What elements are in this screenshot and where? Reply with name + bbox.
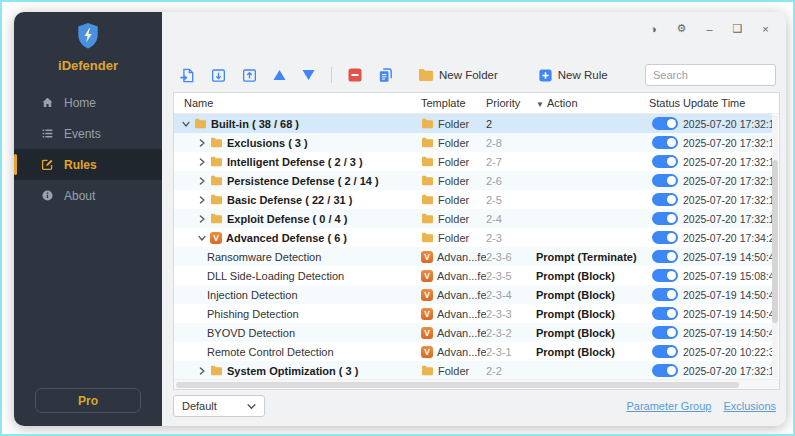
sidebar-item-rules[interactable]: Rules — [14, 149, 162, 180]
rule-name: Advanced Defense ( 6 ) — [226, 232, 347, 244]
priority-value: 2-3-3 — [486, 308, 536, 320]
vertical-scrollbar[interactable] — [772, 115, 778, 378]
import-icon — [210, 67, 227, 84]
expander-chevron-right-icon[interactable] — [197, 176, 206, 185]
import-rules-button[interactable] — [210, 67, 227, 84]
priority-value: 2-5 — [486, 194, 536, 206]
folder-icon — [421, 118, 434, 129]
rule-row[interactable]: Ransomware DetectionVAdvan...fense2-3-6P… — [174, 247, 772, 266]
expander-chevron-right-icon[interactable] — [197, 195, 206, 204]
column-header-template[interactable]: Template — [421, 97, 486, 109]
expander-chevron-right-icon[interactable] — [197, 157, 206, 166]
column-header-name[interactable]: Name — [174, 97, 421, 109]
rule-row[interactable]: VAdvanced Defense ( 6 )Folder2-32025-07-… — [174, 228, 772, 247]
status-toggle[interactable] — [652, 231, 678, 244]
status-toggle[interactable] — [652, 250, 678, 263]
rules-table: NameTemplatePriority▼ActionStatusUpdate … — [173, 92, 780, 390]
sidebar-item-about[interactable]: About — [14, 180, 162, 211]
rule-name: System Optimization ( 3 ) — [227, 365, 358, 377]
column-header-status[interactable]: Status — [646, 97, 683, 109]
rule-row[interactable]: Intelligent Defense ( 2 / 3 )Folder2-720… — [174, 152, 772, 171]
search-input[interactable] — [645, 64, 776, 86]
expander-chevron-right-icon[interactable] — [197, 138, 206, 147]
status-toggle[interactable] — [652, 136, 678, 149]
shield-logo-icon — [75, 22, 101, 50]
close-button[interactable]: × — [759, 23, 772, 35]
folder-icon — [210, 194, 223, 205]
status-toggle[interactable] — [652, 212, 678, 225]
status-toggle[interactable] — [652, 117, 678, 130]
preset-select[interactable]: Default — [173, 395, 265, 417]
status-toggle[interactable] — [652, 269, 678, 282]
template-name: Advan...fense — [437, 308, 486, 320]
status-toggle[interactable] — [652, 326, 678, 339]
copy-button[interactable] — [377, 67, 394, 84]
folder-icon — [421, 232, 434, 243]
status-toggle[interactable] — [652, 288, 678, 301]
status-toggle[interactable] — [652, 364, 678, 377]
new-folder-button[interactable]: New Folder — [418, 68, 498, 82]
column-header-action[interactable]: ▼Action — [536, 97, 646, 109]
update-time: 2025-07-20 17:32:19 — [683, 194, 772, 206]
column-header-priority[interactable]: Priority — [486, 97, 536, 109]
expander-chevron-down-icon[interactable] — [197, 233, 206, 242]
new-rule-button[interactable]: New Rule — [538, 68, 608, 83]
rule-row[interactable]: Remote Control DetectionVAdvan...fense2-… — [174, 342, 772, 361]
rule-row[interactable]: Basic Defense ( 22 / 31 )Folder2-52025-0… — [174, 190, 772, 209]
delete-button[interactable] — [347, 67, 363, 83]
expander-chevron-right-icon[interactable] — [197, 366, 206, 375]
horizontal-scrollbar[interactable] — [174, 379, 779, 389]
status-toggle[interactable] — [652, 307, 678, 320]
rule-row[interactable]: Exploit Defense ( 0 / 4 )Folder2-42025-0… — [174, 209, 772, 228]
rule-row[interactable]: Phishing DetectionVAdvan...fense2-3-3Pro… — [174, 304, 772, 323]
expander-chevron-down-icon[interactable] — [181, 119, 190, 128]
template-name: Advan...fense — [437, 270, 486, 282]
rule-name: Basic Defense ( 22 / 31 ) — [227, 194, 352, 206]
export-rules-button[interactable] — [241, 67, 258, 84]
move-up-button[interactable] — [272, 69, 287, 81]
template-name: Folder — [438, 118, 469, 130]
update-time: 2025-07-19 14:50:41 — [683, 327, 772, 339]
rule-row[interactable]: DLL Side-Loading DetectionVAdvan...fense… — [174, 266, 772, 285]
expander-chevron-right-icon[interactable] — [197, 214, 206, 223]
horizontal-scrollbar-thumb[interactable] — [176, 382, 739, 388]
update-time: 2025-07-20 17:32:19 — [683, 365, 772, 377]
rule-row[interactable]: Exclusions ( 3 )Folder2-82025-07-20 17:3… — [174, 133, 772, 152]
copy-icon — [377, 67, 394, 84]
about-info-icon — [41, 189, 54, 202]
chevron-down-icon — [247, 402, 256, 411]
minimize-button[interactable]: – — [703, 23, 716, 35]
folder-icon — [421, 175, 434, 186]
update-time: 2025-07-19 15:08:47 — [683, 270, 772, 282]
status-toggle[interactable] — [652, 174, 678, 187]
rule-row[interactable]: Built-in ( 38 / 68 )Folder22025-07-20 17… — [174, 114, 772, 133]
priority-value: 2 — [486, 118, 536, 130]
vertical-scrollbar-thumb[interactable] — [772, 160, 778, 323]
sidebar-item-home[interactable]: Home — [14, 87, 162, 118]
rule-row[interactable]: Persistence Defense ( 2 / 14 )Folder2-62… — [174, 171, 772, 190]
rule-row[interactable]: BYOVD DetectionVAdvan...fense2-3-2Prompt… — [174, 323, 772, 342]
folder-icon — [418, 68, 434, 82]
sidebar-item-events[interactable]: Events — [14, 118, 162, 149]
parameter-group-link[interactable]: Parameter Group — [626, 400, 711, 412]
update-time: 2025-07-20 17:32:19 — [683, 156, 772, 168]
plus-icon — [538, 68, 553, 83]
folder-icon — [210, 175, 223, 186]
rule-name: Built-in ( 38 / 68 ) — [211, 118, 299, 130]
template-name: Folder — [438, 156, 469, 168]
rule-row[interactable]: System Optimization ( 3 )Folder2-22025-0… — [174, 361, 772, 379]
column-header-update-time[interactable]: Update Time — [683, 97, 772, 109]
pro-button[interactable]: Pro — [35, 388, 141, 413]
exclusions-link[interactable]: Exclusions — [723, 400, 776, 412]
maximize-button[interactable]: ❑ — [731, 22, 744, 35]
status-toggle[interactable] — [652, 193, 678, 206]
move-down-button[interactable] — [301, 69, 316, 81]
priority-value: 2-3-2 — [486, 327, 536, 339]
settings-button[interactable]: ⚙ — [675, 22, 688, 35]
status-toggle[interactable] — [652, 345, 678, 358]
status-toggle[interactable] — [652, 155, 678, 168]
theme-toggle-button[interactable]: ◑ — [647, 23, 660, 35]
rule-row[interactable]: Injection DetectionVAdvan...fense2-3-4Pr… — [174, 285, 772, 304]
action-value: Prompt (Block) — [536, 346, 646, 358]
import-file-button[interactable] — [179, 67, 196, 84]
